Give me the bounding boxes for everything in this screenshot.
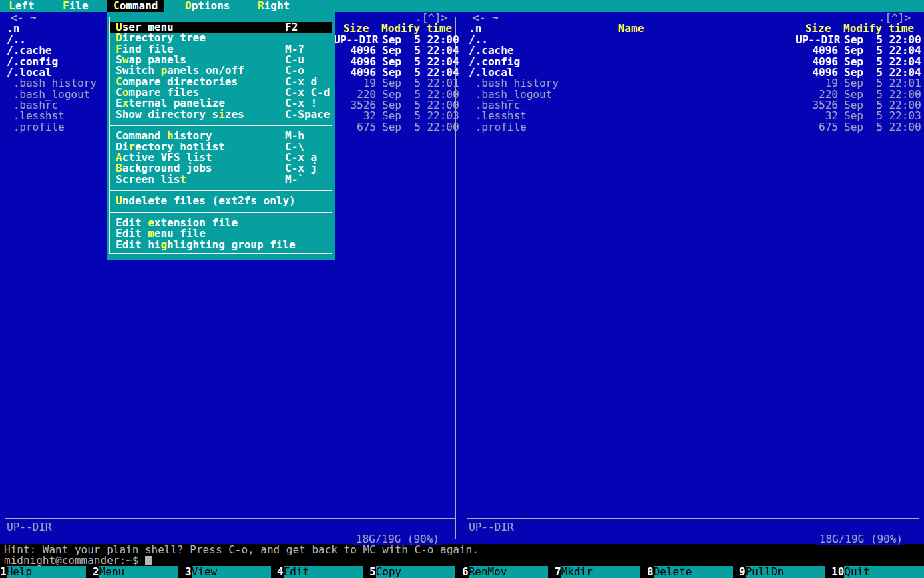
file-mtime: Sep 5 22:03	[382, 110, 459, 121]
menu-item-shortcut: M-`	[285, 174, 304, 185]
menu-item-shortcut: C-x !	[285, 98, 317, 109]
menu-item-label: External panelize	[116, 98, 225, 109]
menu-item-show-directory-sizes[interactable]: Show directory sizesC-Space	[110, 109, 332, 120]
menu-bar: LeftFileCommandOptionsRight	[0, 0, 924, 12]
label-text: ile	[69, 0, 89, 12]
file-size: 4096	[334, 45, 376, 56]
fkey-number: 3	[185, 566, 192, 578]
file-mtime: Sep 5 22:01	[844, 77, 921, 89]
label-text: eft	[15, 0, 35, 12]
file-size: 19	[796, 77, 838, 89]
menubar-item-file[interactable]: File	[57, 0, 95, 12]
shell-command-line[interactable]: midnight@commander:~$	[0, 555, 924, 566]
menubar-item-options[interactable]: Options	[179, 0, 236, 12]
menu-item-command-history[interactable]: Command historyM-h	[110, 131, 332, 141]
fkey-renmov[interactable]: 6RenMov	[462, 566, 555, 578]
fkey-label: Copy	[376, 566, 455, 578]
ministatus-divider	[5, 518, 456, 519]
menu-item-label: Undelete files (ext2fs only)	[116, 196, 296, 206]
fkey-menu[interactable]: 2Menu	[93, 566, 185, 578]
label-text: ptions	[192, 0, 230, 12]
column-divider	[379, 17, 379, 519]
label-text: zes	[225, 108, 244, 121]
file-name: .profile	[469, 121, 527, 133]
hotkey-letter: F	[63, 0, 69, 12]
mc-screen: LeftFileCommandOptionsRight <- ~.[^]>.nN…	[0, 0, 924, 578]
menubar-item-command[interactable]: Command	[107, 0, 164, 12]
fkey-number: 1	[0, 566, 7, 578]
menu-item-screen-list[interactable]: Screen listM-`	[110, 174, 332, 185]
menu-item-edit-highlighting-group-file[interactable]: Edit highlighting group file	[110, 240, 332, 250]
fkey-number: 8	[647, 566, 654, 578]
fkey-label: Edit	[284, 566, 363, 578]
fkey-edit[interactable]: 4Edit	[277, 566, 369, 578]
label-text: ndelete files (ext2fs only)	[122, 194, 296, 207]
fkey-copy[interactable]: 5Copy	[369, 566, 462, 578]
hotkey-letter: U	[116, 194, 122, 207]
menu-item-shortcut: C-Space	[285, 109, 330, 120]
menu-item-external-panelize[interactable]: External panelizeC-x !	[110, 98, 332, 109]
menubar-item-left[interactable]: Left	[3, 0, 41, 12]
file-mtime: Sep 5 22:03	[844, 110, 921, 121]
menu-item-label: Screen list	[116, 174, 186, 185]
menu-item-undelete-files-ext2fs-only[interactable]: Undelete files (ext2fs only)	[110, 196, 332, 206]
file-name: /.cache	[7, 45, 51, 56]
fkey-label: RenMov	[469, 566, 548, 578]
ministatus-divider	[467, 518, 919, 519]
fkey-label: Menu	[99, 566, 178, 578]
fkey-number: 2	[93, 566, 99, 578]
fkey-label: Quit	[844, 566, 924, 578]
file-size: 675	[796, 121, 838, 133]
hotkey-letter: g	[160, 238, 167, 251]
menu-separator	[110, 212, 332, 213]
column-header-mtime[interactable]: Modify time	[841, 23, 916, 34]
file-panel-right: <- ~.[^]>.nNameSizeModify time/..UP--DIR…	[465, 12, 921, 544]
menu-item-edit-menu-file[interactable]: Edit menu file	[110, 228, 332, 239]
function-key-bar: 1Help2Menu3View4Edit5Copy6RenMov7Mkdir8D…	[0, 566, 924, 578]
menu-separator	[110, 190, 332, 191]
menu-item-label: Command history	[116, 131, 212, 141]
menubar-item-right[interactable]: Right	[252, 0, 296, 12]
menu-item-switch-panels-on-off[interactable]: Switch panels on/offC-o	[110, 65, 332, 76]
file-size: 675	[334, 121, 376, 133]
column-header-mtime[interactable]: Modify time	[379, 23, 454, 34]
menu-item-shortcut: C-x j	[285, 163, 317, 174]
terminal-cursor	[145, 556, 152, 565]
menu-item-label: Show directory sizes	[116, 109, 244, 120]
file-name: .profile	[7, 121, 65, 133]
file-size: 19	[334, 77, 376, 89]
fkey-number: 6	[462, 566, 469, 578]
label-text: Edit hi	[116, 238, 160, 251]
file-size: 4096	[796, 45, 838, 56]
column-header-size[interactable]: Size	[796, 23, 841, 34]
menu-item-background-jobs[interactable]: Background jobsC-x j	[110, 163, 332, 174]
fkey-label: Help	[7, 566, 86, 578]
file-name: /.cache	[469, 45, 513, 56]
file-name: .bash_history	[7, 77, 97, 89]
file-size: 32	[796, 110, 838, 121]
ministatus: UP--DIR	[469, 521, 513, 533]
menu-item-label: Directory tree	[116, 33, 206, 43]
column-header-name[interactable]: Name	[467, 23, 796, 34]
file-mtime: Sep 5 22:01	[382, 77, 459, 89]
file-name: .lesshst	[7, 110, 65, 121]
label-text: Screen lis	[116, 173, 180, 186]
fkey-quit[interactable]: 10Quit	[831, 566, 924, 578]
label-text: Show directory s	[116, 108, 218, 121]
fkey-help[interactable]: 1Help	[0, 566, 93, 578]
column-header-size[interactable]: Size	[334, 23, 379, 34]
fkey-view[interactable]: 3View	[185, 566, 278, 578]
fkey-number: 7	[555, 566, 561, 578]
fkey-label: Delete	[654, 566, 733, 578]
fkey-mkdir[interactable]: 7Mkdir	[555, 566, 647, 578]
fkey-number: 4	[277, 566, 284, 578]
menu-item-shortcut: M-h	[285, 131, 304, 141]
hotkey-letter: i	[218, 108, 225, 121]
menu-item-directory-tree[interactable]: Directory tree	[110, 33, 332, 43]
file-size: 32	[334, 110, 376, 121]
menu-item-label: Background jobs	[116, 163, 212, 174]
fkey-pulldn[interactable]: 9PullDn	[739, 566, 831, 578]
fkey-delete[interactable]: 8Delete	[647, 566, 740, 578]
hotkey-letter: t	[180, 173, 186, 186]
fkey-label: Mkdir	[561, 566, 640, 578]
